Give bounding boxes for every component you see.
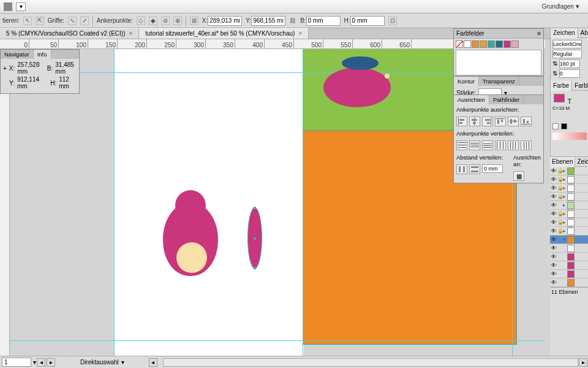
layer-row[interactable]: 👁 bbox=[550, 270, 588, 278]
lock-icon[interactable]: 🔒 bbox=[557, 228, 562, 234]
dist-top-button[interactable] bbox=[456, 140, 467, 150]
layer-row[interactable]: 👁🔒▸ bbox=[550, 218, 588, 227]
lock-icon[interactable]: 🔒 bbox=[557, 220, 562, 226]
layer-row[interactable]: 👁▸ bbox=[550, 201, 588, 210]
swatch-chip[interactable] bbox=[480, 40, 487, 48]
align-to-button[interactable]: ▦ bbox=[513, 171, 524, 181]
disclosure-icon[interactable]: ▸ bbox=[563, 228, 567, 234]
lock-icon[interactable] bbox=[557, 202, 562, 209]
leading-input[interactable] bbox=[559, 69, 580, 78]
shape-matryoshka[interactable] bbox=[163, 202, 218, 276]
lock-icon[interactable] bbox=[557, 245, 562, 251]
tool-icon-b[interactable]: ⇱ bbox=[36, 17, 44, 25]
tab-absatz[interactable]: Absatz bbox=[578, 28, 588, 38]
tab-transparenz[interactable]: Transparenz bbox=[479, 77, 519, 86]
tab-ebenen[interactable]: Ebenen bbox=[550, 157, 575, 167]
fill-color-chip[interactable] bbox=[554, 94, 565, 102]
lock-icon[interactable] bbox=[557, 237, 562, 243]
dist-vcenter-button[interactable] bbox=[469, 140, 480, 150]
disclosure-icon[interactable]: ▸ bbox=[563, 211, 567, 217]
none-color-icon[interactable] bbox=[552, 123, 559, 129]
panel-menu-icon[interactable]: ≡ bbox=[537, 30, 541, 37]
doc-tab-0[interactable]: 5 % (CMYK/Vorschau/ISO Coated v2 (ECI))× bbox=[0, 28, 139, 39]
layer-row[interactable]: 👁 bbox=[550, 261, 588, 270]
zoom-input[interactable]: 1 bbox=[2, 358, 31, 367]
doc-tab-1[interactable]: tutorial sitzwuerfel_40er.ai* bei 50 % (… bbox=[139, 28, 309, 39]
layer-row[interactable]: 👁🔒▸ bbox=[550, 227, 588, 236]
lock-icon[interactable] bbox=[557, 263, 562, 269]
x-input[interactable] bbox=[208, 16, 242, 26]
tab-pathfinder[interactable]: Pathfinder bbox=[489, 95, 524, 104]
lock-icon[interactable]: 🔒 bbox=[557, 185, 562, 191]
none-swatch[interactable] bbox=[456, 40, 463, 48]
align-bottom-button[interactable] bbox=[521, 117, 532, 126]
scroll-right-button[interactable]: ▸ bbox=[579, 358, 587, 367]
workspace-switcher[interactable]: Grundlagen ▾ bbox=[537, 2, 584, 10]
shape-top-blob[interactable] bbox=[323, 67, 391, 107]
view-mode-dropdown[interactable]: ▾ bbox=[16, 2, 26, 11]
space-value-input[interactable] bbox=[482, 164, 503, 173]
tab-farbhilfe[interactable]: Farbhilfe bbox=[572, 81, 588, 91]
lock-icon[interactable] bbox=[557, 271, 562, 277]
visibility-icon[interactable]: 👁 bbox=[551, 220, 557, 226]
tab-info[interactable]: Info bbox=[34, 50, 51, 59]
close-icon[interactable]: × bbox=[129, 30, 133, 37]
align-hcenter-button[interactable] bbox=[469, 117, 480, 126]
swatch-area[interactable] bbox=[456, 50, 541, 75]
font-style-input[interactable] bbox=[552, 50, 582, 58]
visibility-icon[interactable]: 👁 bbox=[551, 237, 557, 243]
handle-icon-b[interactable]: ⤢ bbox=[80, 17, 89, 25]
lock-icon[interactable] bbox=[557, 280, 562, 286]
dist-hcenter-button[interactable] bbox=[508, 140, 519, 150]
visibility-icon[interactable]: 👁 bbox=[551, 280, 557, 286]
anchor-icon-b[interactable]: ◆ bbox=[149, 17, 157, 25]
swatch-chip[interactable] bbox=[488, 40, 495, 48]
reference-point-icon[interactable]: ⊞ bbox=[190, 17, 198, 25]
visibility-icon[interactable]: 👁 bbox=[551, 245, 557, 251]
ruler-vertical[interactable] bbox=[0, 49, 10, 356]
zoom-dropdown-icon[interactable]: ▾ bbox=[33, 359, 36, 366]
tab-ausrichten[interactable]: Ausrichten bbox=[454, 95, 489, 104]
color-spectrum[interactable] bbox=[552, 132, 587, 140]
swatch-chip[interactable] bbox=[464, 40, 471, 48]
link-xy-icon[interactable]: ⛓ bbox=[289, 17, 296, 25]
layer-row[interactable]: 👁🔒▸ bbox=[550, 175, 588, 184]
anchor-icon-c[interactable]: ⊘ bbox=[161, 17, 170, 25]
lock-icon[interactable] bbox=[557, 254, 562, 260]
space-h-button[interactable] bbox=[469, 164, 480, 174]
align-left-button[interactable] bbox=[456, 117, 467, 126]
swatch-chip[interactable] bbox=[496, 40, 503, 48]
tab-kontur[interactable]: Kontur bbox=[454, 77, 479, 86]
visibility-icon[interactable]: 👁 bbox=[551, 202, 557, 209]
extra-icon[interactable]: ⊡ bbox=[388, 17, 397, 25]
layer-row[interactable]: 👁🔒▸ bbox=[550, 167, 588, 175]
visibility-icon[interactable]: 👁 bbox=[551, 271, 557, 277]
layer-row[interactable]: 👁 bbox=[550, 278, 588, 287]
lock-icon[interactable]: 🔒 bbox=[557, 211, 562, 217]
dist-left-button[interactable] bbox=[495, 140, 506, 150]
tool-dropdown-icon[interactable]: ▾ bbox=[121, 359, 124, 366]
disclosure-icon[interactable]: ▸ bbox=[563, 202, 567, 208]
layer-row[interactable]: 👁 bbox=[550, 253, 588, 261]
close-icon[interactable]: × bbox=[298, 30, 302, 37]
scroll-left-button[interactable]: ◂ bbox=[149, 358, 157, 367]
tool-icon-a[interactable]: ↖ bbox=[23, 17, 32, 25]
layer-row[interactable]: 👁🔒▸ bbox=[550, 210, 588, 218]
anchor-icon-d[interactable]: ⊕ bbox=[173, 17, 182, 25]
dist-right-button[interactable] bbox=[521, 140, 532, 150]
anchor-icon-a[interactable]: ◇ bbox=[137, 17, 145, 25]
disclosure-icon[interactable]: ▸ bbox=[563, 177, 567, 182]
visibility-icon[interactable]: 👁 bbox=[551, 211, 557, 217]
lock-icon[interactable]: 🔒 bbox=[557, 194, 562, 200]
b-input[interactable] bbox=[306, 16, 341, 26]
dist-bottom-button[interactable] bbox=[482, 140, 493, 150]
visibility-icon[interactable]: 👁 bbox=[551, 194, 557, 200]
guide-vertical[interactable] bbox=[303, 49, 303, 356]
visibility-icon[interactable]: 👁 bbox=[551, 185, 557, 191]
tab-farbe[interactable]: Farbe bbox=[551, 81, 572, 91]
visibility-icon[interactable]: 👁 bbox=[551, 228, 557, 234]
align-top-button[interactable] bbox=[495, 117, 506, 126]
handle-icon-a[interactable]: ⤡ bbox=[68, 17, 77, 25]
type-color-icon[interactable]: T bbox=[568, 98, 572, 105]
align-vcenter-button[interactable] bbox=[508, 117, 519, 126]
